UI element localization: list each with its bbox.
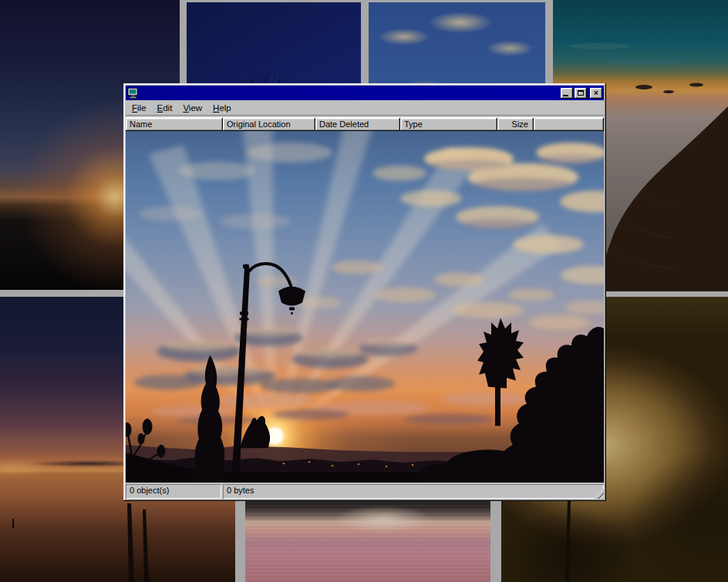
status-bar: 0 object(s) 0 bytes	[126, 483, 604, 499]
column-header-name[interactable]: Name	[126, 118, 223, 131]
column-header-row: Name Original Location Date Deleted Type…	[126, 118, 604, 131]
column-header-original-location[interactable]: Original Location	[223, 118, 315, 131]
content-photo-street-lamp-sunset	[126, 131, 604, 483]
minimize-icon	[563, 95, 568, 96]
menu-bar: File Edit View Help	[126, 100, 604, 115]
column-header-size[interactable]: Size	[497, 118, 534, 131]
menu-view[interactable]: View	[177, 102, 207, 114]
close-button[interactable]: ×	[590, 88, 602, 99]
column-header-date-deleted[interactable]: Date Deleted	[315, 118, 400, 131]
column-header-blank[interactable]	[534, 118, 604, 131]
status-byte-count: 0 bytes	[223, 484, 604, 499]
close-icon: ×	[594, 89, 598, 98]
computer-icon	[127, 88, 139, 99]
lamp-head	[278, 287, 305, 306]
menu-help[interactable]: Help	[207, 102, 237, 114]
menu-edit[interactable]: Edit	[152, 102, 178, 114]
window-titlebar[interactable]: ×	[126, 86, 604, 100]
status-object-count: 0 object(s)	[126, 484, 221, 499]
desktop: × File Edit View Help Name Original Loca…	[0, 0, 728, 582]
file-list-area[interactable]	[126, 131, 604, 483]
column-header-type[interactable]: Type	[400, 118, 497, 131]
maximize-button[interactable]	[575, 88, 587, 99]
menu-file[interactable]: File	[126, 102, 152, 114]
minimize-button[interactable]	[561, 88, 573, 99]
recycle-bin-window: × File Edit View Help Name Original Loca…	[123, 83, 606, 501]
maximize-icon	[578, 90, 584, 96]
